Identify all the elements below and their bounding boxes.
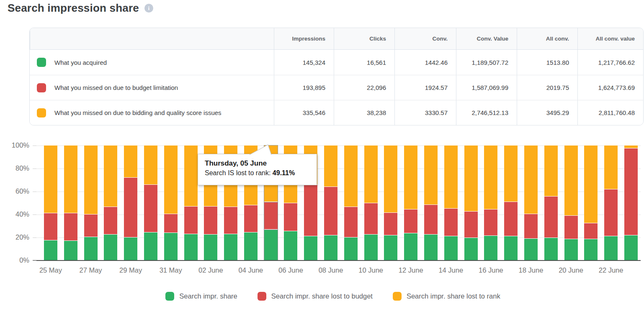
bar-31-may[interactable] [164,146,178,260]
bar-segment [124,146,137,178]
bar-segment [444,146,458,209]
bar-segment [464,212,478,238]
legend-item[interactable]: Search impr. share [165,292,237,301]
bar-10-june[interactable] [364,146,378,260]
bar-segment [504,146,518,202]
x-axis-label: 20 June [551,266,591,274]
bar-segment [324,146,337,187]
bar-segment [384,235,397,261]
metric-value: 2,811,760.48 [577,100,643,125]
bar-segment [564,216,578,239]
bar-28-may[interactable] [104,146,117,260]
bar-19-june[interactable] [544,146,558,260]
bar-22-june[interactable] [604,146,618,260]
bar-12-june[interactable] [404,146,417,260]
legend-swatch-icon [165,292,174,301]
y-axis-label: 0% [0,256,29,264]
bar-segment [124,237,137,260]
info-icon[interactable]: i [144,4,153,13]
metric-value: 3495.29 [517,100,577,125]
legend-item[interactable]: Search impr. share lost to budget [258,292,373,301]
bar-17-june[interactable] [504,146,518,260]
bar-11-june[interactable] [384,146,397,260]
bar-segment [364,235,378,260]
bar-segment [104,207,117,235]
bar-13-june[interactable] [424,146,438,260]
bar-segment [204,207,217,235]
x-axis-label: 04 June [231,266,271,274]
bar-segment [164,214,178,233]
bar-segment [544,146,558,197]
bar-26-may[interactable] [64,146,77,260]
bar-segment [464,238,478,260]
bar-01-june[interactable] [184,146,198,260]
bar-segment [564,146,578,216]
table-row: What you acquired145,32416,5611442.461,1… [30,50,643,75]
bar-14-june[interactable] [444,146,458,260]
metric-value: 1,217,766.62 [577,50,643,75]
legend-label: Search impr. share lost to rank [407,292,500,300]
bar-20-june[interactable] [564,146,578,260]
row-label-cell: What you acquired [30,50,274,75]
metric-value: 2,746,512.13 [456,100,517,125]
x-axis-label: 10 June [351,266,391,274]
bar-segment [344,237,358,260]
x-axis-label: 31 May [151,266,191,274]
legend-label: Search impr. share lost to budget [271,292,373,300]
bar-segment [464,146,478,212]
bar-27-may[interactable] [84,146,98,260]
bar-15-june[interactable] [464,146,478,260]
bar-segment [84,215,98,237]
tooltip-date: Thursday, 05 June [205,159,310,168]
metric-value: 16,561 [334,50,394,75]
x-axis-label: 12 June [391,266,431,274]
bar-segment [364,203,378,235]
bar-09-june[interactable] [344,146,358,260]
bar-segment [304,185,317,237]
bar-segment [164,146,178,214]
metric-value: 3330.57 [394,100,456,125]
x-axis-label: 14 June [431,266,471,274]
bar-18-june[interactable] [524,146,538,260]
bar-segment [564,239,578,260]
bar-segment [264,202,278,230]
row-label-cell: What you missed on due to budget limitat… [30,75,274,100]
metric-value: 22,096 [334,75,394,100]
bar-segment [624,235,638,261]
metric-value: 1513.80 [517,50,577,75]
table-row: What you missed on due to budget limitat… [30,75,643,100]
column-header: Conv. Value [456,28,517,49]
x-axis-line [33,260,641,261]
bar-segment [524,239,538,260]
page-title: Search impression share [8,2,139,15]
row-color-swatch [37,83,46,92]
metric-value: 335,546 [274,100,334,125]
bar-23-june[interactable] [624,146,638,260]
bar-segment [624,146,638,148]
bar-segment [64,213,77,241]
bar-segment [204,235,217,260]
bar-29-may[interactable] [124,146,137,260]
x-axis-label: 22 June [591,266,631,274]
bar-21-june[interactable] [584,146,598,260]
bar-segment [44,146,57,213]
row-label: What you missed on due to bidding and qu… [54,109,222,116]
bar-30-may[interactable] [144,146,157,260]
row-label: What you missed on due to budget limitat… [54,84,178,91]
column-header: Clicks [334,28,394,49]
bar-08-june[interactable] [324,146,337,260]
x-axis-label: 18 June [511,266,551,274]
tooltip-value: 49.11% [273,169,295,176]
bar-segment [264,230,278,260]
x-axis-label: 27 May [71,266,111,274]
x-axis-label: 02 June [191,266,231,274]
bar-25-may[interactable] [44,146,57,260]
bar-16-june[interactable] [484,146,497,260]
bar-segment [584,223,598,240]
legend-item[interactable]: Search impr. share lost to rank [393,292,500,301]
bar-segment [604,236,618,260]
panel-header: Search impression share i [8,2,153,15]
bar-segment [144,185,157,232]
bar-segment [484,209,497,236]
bar-segment [64,241,77,260]
